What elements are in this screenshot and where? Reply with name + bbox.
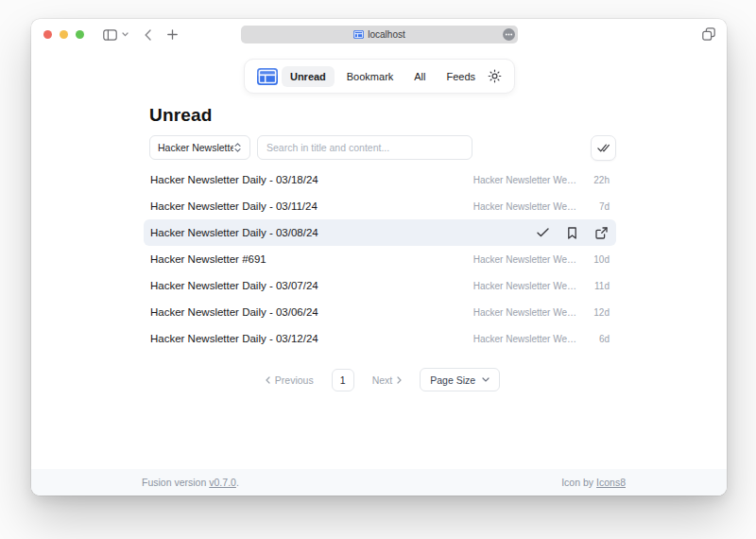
feed-filter-value: Hacker Newsletter ... <box>158 142 233 153</box>
tab-unread[interactable]: Unread <box>282 66 335 87</box>
app-nav: Unread Bookmark All Feeds <box>244 59 515 94</box>
item-title: Hacker Newsletter Daily - 03/07/24 <box>150 280 318 291</box>
bookmark-icon[interactable] <box>567 227 577 239</box>
tab-all[interactable]: All <box>405 66 434 87</box>
site-favicon <box>353 30 364 39</box>
feed-filter-select[interactable]: Hacker Newsletter ... <box>149 135 250 160</box>
item-title: Hacker Newsletter Daily - 03/18/24 <box>150 174 318 185</box>
list-item[interactable]: Hacker Newsletter Daily - 03/06/24 Hacke… <box>144 299 616 325</box>
icons8-link[interactable]: Icons8 <box>596 477 626 488</box>
item-feed-name: Hacker Newsletter We… <box>473 307 576 318</box>
chevron-left-icon <box>266 376 270 384</box>
list-item[interactable]: Hacker Newsletter #691 Hacker Newsletter… <box>144 246 616 272</box>
mark-read-icon[interactable] <box>537 228 549 237</box>
url-text: localhost <box>368 29 404 40</box>
list-item[interactable]: Hacker Newsletter Daily - 03/12/24 Hacke… <box>144 325 616 352</box>
sidebar-toggle-icon[interactable] <box>103 29 117 41</box>
icon-credit-text: Icon byIcons8 <box>561 477 626 488</box>
window-controls <box>43 30 84 39</box>
pagination: Previous 1 Next Page Size <box>144 368 616 391</box>
browser-window: localhost <box>31 19 727 496</box>
item-feed-name: Hacker Newsletter We… <box>473 254 576 265</box>
item-time: 7d <box>586 201 610 212</box>
app-footer: Fusion versionv0.7.0. Icon byIcons8 <box>31 469 727 496</box>
browser-toolbar: localhost <box>31 19 727 50</box>
tab-feeds[interactable]: Feeds <box>438 66 484 87</box>
page-size-button[interactable]: Page Size <box>420 368 500 391</box>
item-list: Hacker Newsletter Daily - 03/18/24 Hacke… <box>144 166 616 352</box>
item-title: Hacker Newsletter #691 <box>150 253 266 265</box>
item-title: Hacker Newsletter Daily - 03/11/24 <box>150 200 318 212</box>
item-time: 6d <box>586 334 610 344</box>
zoom-window-button[interactable] <box>76 30 84 39</box>
chevron-right-icon <box>397 376 402 384</box>
list-item[interactable]: Hacker Newsletter Daily - 03/07/24 Hacke… <box>144 272 616 299</box>
minimize-window-button[interactable] <box>60 30 68 39</box>
chevron-down-icon <box>482 377 490 382</box>
page-number-button[interactable]: 1 <box>332 369 354 391</box>
select-updown-icon <box>233 142 242 153</box>
back-icon[interactable] <box>145 29 151 41</box>
search-input[interactable] <box>257 135 472 160</box>
page-title: Unread <box>149 105 213 126</box>
tab-bookmark[interactable]: Bookmark <box>338 66 403 87</box>
item-time: 11d <box>586 281 610 291</box>
item-feed-name: Hacker Newsletter We… <box>473 334 576 344</box>
more-options-icon[interactable] <box>503 28 515 41</box>
filter-controls: Hacker Newsletter ... <box>144 135 616 161</box>
item-feed-name: Hacker Newsletter We… <box>473 175 576 185</box>
new-tab-icon[interactable] <box>167 29 178 40</box>
item-title: Hacker Newsletter Daily - 03/08/24 <box>150 227 318 238</box>
theme-toggle-sun-icon[interactable] <box>488 69 502 83</box>
previous-page-button[interactable]: Previous <box>260 374 319 387</box>
chevron-down-icon[interactable] <box>122 32 129 37</box>
list-item[interactable]: Hacker Newsletter Daily - 03/11/24 Hacke… <box>144 193 616 219</box>
item-title: Hacker Newsletter Daily - 03/06/24 <box>150 306 318 318</box>
item-actions <box>537 227 610 239</box>
tab-overview-icon[interactable] <box>702 27 715 41</box>
version-text: Fusion versionv0.7.0. <box>142 477 239 488</box>
item-time: 22h <box>586 175 610 185</box>
item-time: 10d <box>586 254 610 265</box>
list-item[interactable]: Hacker Newsletter Daily - 03/18/24 Hacke… <box>144 166 616 193</box>
item-time: 12d <box>586 307 610 318</box>
external-link-icon[interactable] <box>595 227 608 239</box>
mark-all-read-button[interactable] <box>591 135 616 161</box>
item-title: Hacker Newsletter Daily - 03/12/24 <box>150 333 318 344</box>
list-item[interactable]: Hacker Newsletter Daily - 03/08/24 <box>144 219 616 246</box>
item-feed-name: Hacker Newsletter We… <box>473 201 576 212</box>
close-window-button[interactable] <box>43 30 52 39</box>
address-bar[interactable]: localhost <box>241 26 518 43</box>
item-feed-name: Hacker Newsletter We… <box>473 281 576 291</box>
version-link[interactable]: v0.7.0 <box>209 477 236 488</box>
next-page-button[interactable]: Next <box>367 374 408 387</box>
fusion-logo-icon <box>257 68 278 85</box>
